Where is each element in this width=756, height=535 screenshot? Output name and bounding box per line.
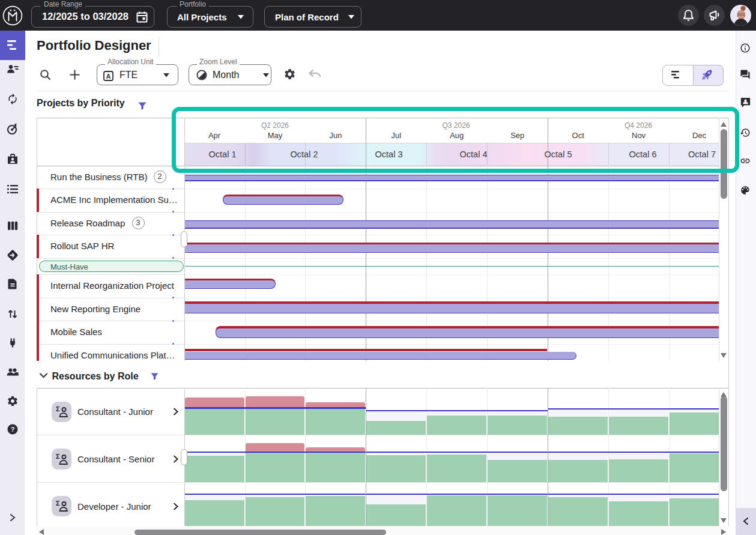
- svg-text:Σ: Σ: [56, 406, 60, 413]
- svg-text:A: A: [106, 73, 111, 80]
- svg-text:Σ: Σ: [56, 500, 60, 507]
- svg-text:?: ?: [11, 426, 15, 433]
- svg-text:Σ: Σ: [56, 453, 60, 460]
